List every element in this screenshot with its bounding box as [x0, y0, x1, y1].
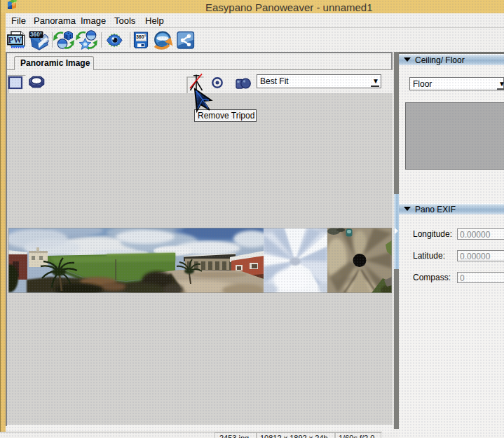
- svg-text:360°: 360°: [136, 34, 147, 39]
- svg-text:PW: PW: [8, 35, 22, 45]
- svg-text:360°: 360°: [30, 32, 42, 38]
